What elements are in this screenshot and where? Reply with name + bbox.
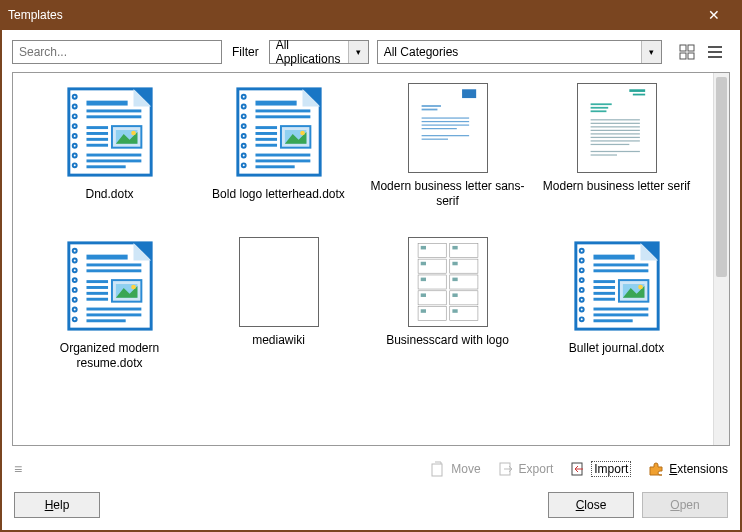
svg-rect-121 <box>420 309 425 313</box>
svg-rect-118 <box>452 278 457 282</box>
svg-point-83 <box>72 278 76 282</box>
svg-point-85 <box>72 298 76 302</box>
template-thumbnail <box>408 83 488 173</box>
svg-rect-96 <box>86 286 108 289</box>
category-filter-value: All Categories <box>378 45 641 59</box>
template-item[interactable]: Bold logo letterhead.dotx <box>194 83 363 209</box>
template-label: Modern business letter sans-serif <box>368 179 528 209</box>
template-item[interactable]: Businesscard with logo <box>363 237 532 371</box>
svg-rect-141 <box>593 292 615 295</box>
template-thumbnail <box>239 237 319 327</box>
svg-rect-47 <box>255 132 277 135</box>
list-icon <box>707 44 723 60</box>
svg-rect-66 <box>590 103 611 105</box>
svg-rect-146 <box>432 464 442 476</box>
svg-rect-0 <box>680 45 686 51</box>
templates-grid: Dnd.dotx Bold logo letterhead.dotx Moder… <box>13 73 713 445</box>
svg-rect-71 <box>590 126 639 127</box>
svg-rect-145 <box>593 319 632 322</box>
template-item[interactable]: Modern business letter sans-serif <box>363 83 532 209</box>
export-label: Export <box>519 462 554 476</box>
svg-rect-61 <box>421 135 469 136</box>
list-view-button[interactable] <box>704 41 726 63</box>
template-item[interactable]: Modern business letter serif <box>532 83 701 209</box>
application-filter-combo[interactable]: All Applications ▾ <box>269 40 369 64</box>
svg-rect-51 <box>255 159 310 162</box>
template-item[interactable]: Bullet journal.dotx <box>532 237 701 371</box>
svg-point-82 <box>72 268 76 272</box>
template-label: Bullet journal.dotx <box>569 341 664 356</box>
menu-icon[interactable]: ≡ <box>14 461 32 477</box>
svg-rect-97 <box>86 292 108 295</box>
open-button[interactable]: Open <box>642 492 728 518</box>
svg-point-94 <box>131 285 136 290</box>
template-label: mediawiki <box>252 333 305 348</box>
template-item[interactable]: Dnd.dotx <box>25 83 194 209</box>
svg-point-36 <box>241 144 245 148</box>
svg-rect-115 <box>420 262 425 266</box>
category-filter-combo[interactable]: All Categories ▾ <box>377 40 662 64</box>
svg-rect-65 <box>632 94 644 96</box>
move-button[interactable]: Move <box>429 460 480 478</box>
svg-rect-1 <box>688 45 694 51</box>
close-button[interactable]: Close <box>548 492 634 518</box>
svg-point-130 <box>579 308 583 312</box>
svg-rect-29 <box>86 165 125 168</box>
svg-rect-41 <box>255 115 310 118</box>
svg-rect-99 <box>86 308 141 311</box>
move-icon <box>429 460 447 478</box>
svg-point-13 <box>72 144 76 148</box>
svg-point-31 <box>241 95 245 99</box>
template-label: Dnd.dotx <box>85 187 133 202</box>
template-item[interactable]: Organized modern resume.dotx <box>25 237 194 371</box>
svg-rect-77 <box>590 151 639 152</box>
svg-point-35 <box>241 134 245 138</box>
export-button[interactable]: Export <box>497 460 554 478</box>
template-item[interactable]: mediawiki <box>194 237 363 371</box>
svg-rect-48 <box>255 138 277 141</box>
svg-point-10 <box>72 114 76 118</box>
svg-rect-64 <box>629 89 645 92</box>
template-thumbnail <box>568 237 666 335</box>
help-button[interactable]: Help <box>14 492 100 518</box>
export-icon <box>497 460 515 478</box>
svg-rect-52 <box>255 165 294 168</box>
search-input[interactable] <box>12 40 222 64</box>
svg-rect-49 <box>255 144 277 147</box>
svg-rect-26 <box>86 144 108 147</box>
svg-point-33 <box>241 114 245 118</box>
extensions-button[interactable]: Extensions <box>647 460 728 478</box>
chevron-down-icon[interactable]: ▾ <box>641 41 661 63</box>
svg-rect-3 <box>688 53 694 59</box>
svg-rect-46 <box>255 126 277 129</box>
svg-rect-76 <box>590 144 629 145</box>
import-button[interactable]: Import <box>569 460 631 478</box>
svg-point-9 <box>72 105 76 109</box>
svg-point-8 <box>72 95 76 99</box>
svg-rect-68 <box>590 110 606 112</box>
scrollbar-thumb[interactable] <box>716 77 727 277</box>
svg-rect-28 <box>86 159 141 162</box>
template-thumbnail <box>61 83 159 181</box>
svg-point-86 <box>72 308 76 312</box>
svg-rect-63 <box>581 84 651 172</box>
svg-rect-75 <box>590 140 639 141</box>
svg-rect-140 <box>593 286 615 289</box>
svg-rect-40 <box>255 109 310 112</box>
svg-point-87 <box>72 317 76 321</box>
svg-rect-74 <box>590 137 639 138</box>
svg-rect-70 <box>590 123 639 124</box>
window-title: Templates <box>8 8 694 22</box>
svg-rect-116 <box>452 262 457 266</box>
svg-point-34 <box>241 124 245 128</box>
svg-rect-122 <box>452 309 457 313</box>
toolbar: Filter All Applications ▾ All Categories… <box>2 30 740 72</box>
close-icon[interactable]: ✕ <box>694 7 734 23</box>
svg-point-12 <box>72 134 76 138</box>
scrollbar[interactable] <box>713 73 729 445</box>
grid-icon <box>679 44 695 60</box>
svg-rect-72 <box>590 130 639 131</box>
chevron-down-icon[interactable]: ▾ <box>348 41 368 63</box>
svg-rect-2 <box>680 53 686 59</box>
thumbnail-view-button[interactable] <box>676 41 698 63</box>
